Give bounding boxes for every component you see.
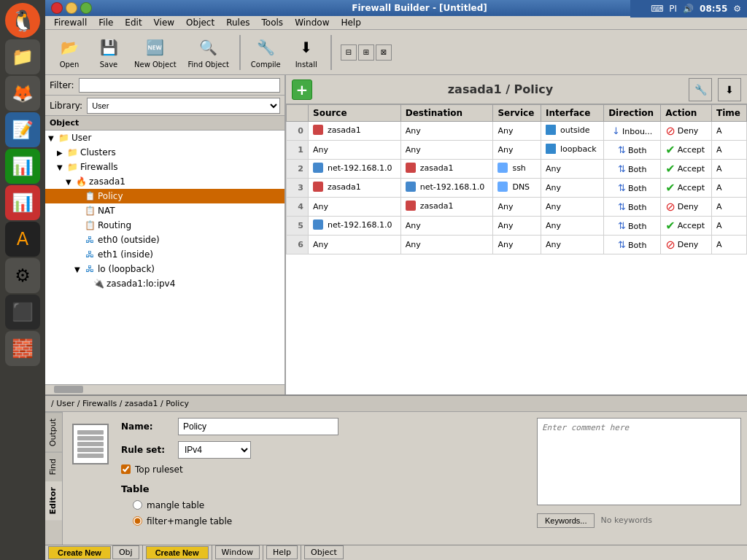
view-btn-3[interactable]: ⊠ (376, 44, 392, 61)
interface-cell: Any (541, 179, 603, 198)
ubuntu-home-icon[interactable]: 🐧 (5, 3, 40, 38)
col-time[interactable]: Time (712, 105, 747, 122)
mangle-radio[interactable] (133, 500, 142, 510)
mangle-radio-row: mangle table (133, 500, 528, 510)
menu-tools[interactable]: Tools (256, 16, 290, 29)
new-object-button[interactable]: 🆕 New Object (130, 33, 181, 71)
keywords-button[interactable]: Keywords... (537, 513, 595, 528)
col-service[interactable]: Service (493, 105, 541, 122)
terminal-icon[interactable]: ⬛ (5, 295, 40, 330)
comment-input[interactable] (537, 418, 741, 505)
tree-item-nat[interactable]: 📋 NAT (45, 203, 285, 218)
window-button[interactable]: Window (215, 545, 260, 559)
ruleset-select[interactable]: IPv4 IPv6 Both (178, 441, 251, 459)
extra-icon[interactable]: 🧱 (5, 331, 40, 366)
table-row[interactable]: 6 Any Any Any Any ⇅Both ⊘ Deny A (287, 236, 747, 254)
table-row[interactable]: 4 Any zasada1 Any Any ⇅Both ⊘ Deny A (287, 198, 747, 217)
table-row[interactable]: 0 zasada1 Any Any outside ↓Inbou... ⊘ De… (287, 122, 747, 141)
direction-cell: ⇅Both (604, 217, 661, 236)
open-button[interactable]: 📂 Open (51, 33, 88, 71)
download-icon-btn[interactable]: ⬇ (718, 78, 741, 101)
action-cell: ✔ Accept (661, 141, 712, 160)
tree-item-policy[interactable]: 📋 Policy (45, 189, 285, 203)
obj-button[interactable]: Obj (112, 545, 139, 559)
tree-hscrollbar[interactable] (45, 384, 285, 394)
add-rule-button[interactable]: + (292, 79, 312, 100)
maximize-button[interactable] (80, 2, 92, 14)
tree-label: Clusters (80, 147, 116, 158)
tree-item-firewalls[interactable]: ▼ 📁 Firewalls (45, 160, 285, 174)
table-row[interactable]: 5 net-192.168.1.0 Any Any Any ⇅Both ✔ Ac… (287, 217, 747, 236)
wrench-icon-btn[interactable]: 🔧 (689, 78, 712, 101)
menu-window[interactable]: Window (289, 16, 335, 29)
help-button[interactable]: Help (266, 545, 298, 559)
settings-icon[interactable]: ⚙️ (5, 258, 40, 293)
object-button[interactable]: Object (304, 545, 344, 559)
minimize-button[interactable] (66, 2, 77, 14)
vtab-output[interactable]: Output (45, 412, 62, 452)
tree-item-eth0[interactable]: 🖧 eth0 (outside) (45, 233, 285, 247)
col-direction[interactable]: Direction (604, 105, 661, 122)
library-select[interactable]: User Standard All (87, 98, 280, 114)
tree-arrow: ▶ (57, 149, 64, 157)
compile-button[interactable]: 🔧 Compile (247, 33, 285, 71)
filter-input[interactable] (79, 78, 280, 93)
tree-item-zasada1-lo[interactable]: 🔌 zasada1:lo:ipv4 (45, 276, 285, 291)
view-btn-1[interactable]: ⊟ (341, 44, 357, 61)
interface-cell: loopback (541, 141, 603, 160)
table-row[interactable]: 3 zasada1 net-192.168.1.0 DNS Any ⇅Both … (287, 179, 747, 198)
power-tray-icon: ⚙ (733, 4, 741, 14)
top-ruleset-checkbox[interactable] (121, 464, 131, 474)
tree-item-user[interactable]: ▼ 📁 User (45, 131, 285, 145)
filter-mangle-radio[interactable] (133, 516, 142, 526)
tree-item-clusters[interactable]: ▶ 📁 Clusters (45, 145, 285, 160)
menu-view[interactable]: View (148, 16, 180, 29)
tree-item-routing[interactable]: 📋 Routing (45, 218, 285, 233)
vtab-find[interactable]: Find (45, 452, 62, 481)
menu-help[interactable]: Help (335, 16, 366, 29)
interface-cell: Any (541, 198, 603, 217)
audio-tray-icon: 🔊 (683, 4, 694, 14)
filter-mangle-radio-row: filter+mangle table (133, 516, 528, 526)
tree-item-zasada1[interactable]: ▼ 🔥 zasada1 (45, 174, 285, 189)
col-interface[interactable]: Interface (541, 105, 603, 122)
amazon-icon[interactable]: A (5, 222, 40, 257)
table-row[interactable]: 1 Any Any Any loopback ⇅Both ✔ Accept A (287, 141, 747, 160)
name-input[interactable] (178, 418, 338, 435)
browser-icon[interactable]: 🦊 (5, 76, 40, 111)
tree-label: Routing (98, 220, 131, 230)
library-row: Library: User Standard All (45, 96, 285, 116)
install-button[interactable]: ⬇️ Install (288, 33, 325, 71)
create-new-button-2[interactable]: Create New (146, 546, 209, 559)
close-button[interactable] (51, 2, 63, 14)
create-new-button[interactable]: Create New (48, 546, 111, 559)
files-icon[interactable]: 📁 (5, 39, 40, 74)
tree-item-eth1[interactable]: 🖧 eth1 (inside) (45, 247, 285, 262)
view-btn-2[interactable]: ⊞ (358, 44, 374, 61)
comment-area: Keywords... No keywords (537, 418, 741, 539)
col-action[interactable]: Action (661, 105, 712, 122)
col-source[interactable]: Source (309, 105, 401, 122)
menu-file[interactable]: File (93, 16, 119, 29)
find-object-button[interactable]: 🔍 Find Object (184, 33, 233, 71)
filter-mangle-label: filter+mangle table (147, 516, 232, 526)
find-object-label: Find Object (188, 61, 229, 69)
menu-edit[interactable]: Edit (119, 16, 147, 29)
direction-cell: ↓Inbou... (604, 122, 661, 141)
menu-object[interactable]: Object (180, 16, 220, 29)
table-row[interactable]: 2 net-192.168.1.0 zasada1 ssh Any ⇅Both … (287, 160, 747, 179)
row-num: 1 (287, 141, 309, 160)
writer-icon[interactable]: 📝 (5, 112, 40, 147)
menu-rules[interactable]: Rules (220, 16, 255, 29)
tree-item-lo[interactable]: ▼ 🖧 lo (loopback) (45, 262, 285, 276)
tree-label: eth0 (outside) (98, 235, 160, 245)
find-object-icon: 🔍 (197, 36, 220, 59)
menu-firewall[interactable]: Firewall (48, 16, 93, 29)
service-cell: DNS (493, 179, 541, 198)
top-ruleset-label: Top ruleset (135, 464, 183, 475)
col-destination[interactable]: Destination (400, 105, 493, 122)
save-button[interactable]: 💾 Save (90, 33, 127, 71)
vtab-editor[interactable]: Editor (45, 481, 62, 520)
impress-icon[interactable]: 📊 (5, 185, 40, 220)
calc-icon[interactable]: 📊 (5, 149, 40, 184)
